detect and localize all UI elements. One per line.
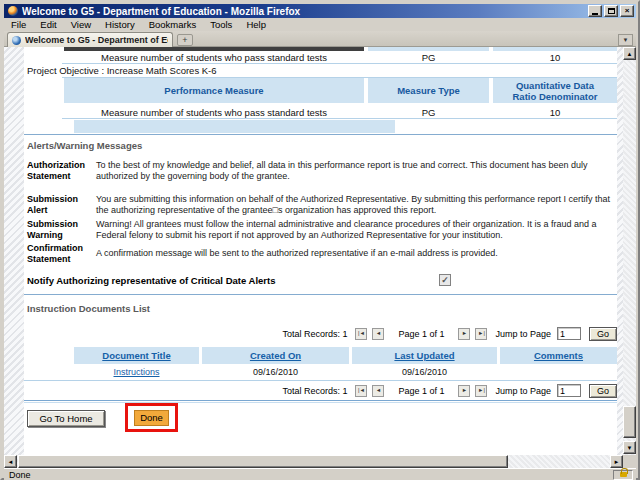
menu-bar: File Edit View History Bookmarks Tools H… bbox=[4, 18, 636, 31]
measure-type-cell: PG bbox=[368, 52, 489, 63]
status-text: Done bbox=[4, 470, 613, 480]
alert-label: Confirmation Statement bbox=[27, 243, 93, 264]
jump-to-page-input[interactable] bbox=[557, 384, 581, 397]
last-page-button[interactable]: ►| bbox=[475, 385, 487, 397]
notify-checkbox[interactable]: ✓ bbox=[439, 274, 451, 286]
tab-title: Welcome to G5 - Department of Edu... bbox=[25, 35, 168, 45]
prev-page-button[interactable]: ◄ bbox=[372, 328, 384, 340]
close-button[interactable]: × bbox=[620, 5, 634, 17]
lock-icon bbox=[620, 472, 627, 477]
window-title: Welcome to G5 - Department of Education … bbox=[22, 6, 588, 17]
menu-file[interactable]: File bbox=[4, 19, 33, 30]
page-viewport: Measure number of students who pass stan… bbox=[4, 47, 627, 455]
go-button[interactable]: Go bbox=[589, 384, 617, 398]
minimize-button[interactable] bbox=[588, 5, 602, 17]
column-header-performance-measure: Performance Measure bbox=[64, 78, 364, 103]
denominator-cell: 10 bbox=[493, 107, 617, 118]
measure-type-cell: PG bbox=[368, 107, 489, 118]
notify-label: Notify Authorizing representative of Cri… bbox=[27, 276, 275, 287]
project-objective: Project Objective : Increase Math Scores… bbox=[27, 65, 217, 76]
footer-divider bbox=[24, 400, 617, 403]
alert-label: Submission Alert bbox=[27, 194, 93, 215]
doc-header-comments: Comments bbox=[500, 347, 617, 364]
documents-heading: Instruction Documents List bbox=[27, 303, 150, 314]
list-all-tabs-button[interactable]: ▼ bbox=[618, 34, 633, 46]
scroll-up-icon[interactable]: ▲ bbox=[623, 47, 636, 60]
tab-strip: Welcome to G5 - Department of Edu... + ▼ bbox=[4, 31, 636, 47]
scrollbar-corner bbox=[623, 455, 636, 468]
measure-cell: Measure number of students who pass stan… bbox=[64, 52, 364, 63]
doc-header-title: Document Title bbox=[74, 347, 199, 364]
scroll-down-icon[interactable]: ▼ bbox=[623, 441, 636, 454]
alert-label: Submission Warning bbox=[27, 219, 93, 240]
vertical-scroll-thumb[interactable] bbox=[623, 406, 636, 438]
minimize-icon bbox=[592, 13, 598, 15]
row-divider bbox=[62, 63, 617, 64]
restore-icon bbox=[608, 8, 615, 14]
alert-text: You are submitting this information on b… bbox=[96, 194, 615, 215]
scroll-right-icon[interactable]: ► bbox=[610, 455, 623, 468]
doc-header-created: Created On bbox=[202, 347, 349, 364]
doc-row-title: Instructions bbox=[74, 367, 199, 377]
partial-cell bbox=[368, 47, 489, 51]
last-page-button[interactable]: ►| bbox=[475, 328, 487, 340]
doc-header-updated: Last Updated bbox=[352, 347, 497, 364]
new-tab-button[interactable]: + bbox=[177, 34, 193, 46]
vertical-scrollbar[interactable]: ▲ ▼ bbox=[623, 47, 636, 455]
first-page-button[interactable]: |◄ bbox=[355, 385, 367, 397]
status-bar: Done bbox=[4, 468, 636, 480]
partial-cell bbox=[493, 47, 617, 51]
total-records: Total Records: 1 bbox=[282, 329, 347, 339]
page-indicator: Page 1 of 1 bbox=[398, 386, 444, 396]
menu-view[interactable]: View bbox=[64, 19, 98, 30]
next-page-button[interactable]: ► bbox=[458, 385, 470, 397]
page-left-margin bbox=[4, 47, 24, 455]
jump-to-page-input[interactable] bbox=[557, 327, 581, 340]
jump-to-page-label: Jump to Page bbox=[495, 386, 551, 396]
restore-button[interactable] bbox=[604, 5, 618, 17]
security-panel bbox=[613, 470, 633, 480]
scroll-left-icon[interactable]: ◄ bbox=[4, 455, 17, 468]
title-bar: Welcome to G5 - Department of Education … bbox=[4, 4, 636, 18]
next-page-button[interactable]: ► bbox=[458, 328, 470, 340]
check-icon: ✓ bbox=[441, 275, 449, 285]
section-divider bbox=[24, 134, 617, 135]
row-divider bbox=[62, 118, 617, 119]
browser-window: Welcome to G5 - Department of Education … bbox=[0, 0, 640, 480]
go-button[interactable]: Go bbox=[589, 327, 617, 341]
menu-edit[interactable]: Edit bbox=[33, 19, 63, 30]
alert-text: To the best of my knowledge and belief, … bbox=[96, 160, 615, 181]
pagination-bottom: Total Records: 1 |◄ ◄ Page 1 of 1 ► ►| J… bbox=[174, 383, 617, 398]
firefox-icon bbox=[8, 6, 18, 16]
horizontal-scrollbar[interactable]: ◄ ► bbox=[4, 455, 623, 468]
tab-welcome-g5[interactable]: Welcome to G5 - Department of Edu... bbox=[7, 32, 173, 47]
alert-label: Authorization Statement bbox=[27, 160, 93, 181]
column-header-quantitative: Quantitative DataRatio Denominator bbox=[493, 78, 617, 103]
doc-row-updated: 09/16/2010 bbox=[352, 367, 497, 377]
partial-cell bbox=[74, 120, 395, 133]
jump-to-page-label: Jump to Page bbox=[495, 329, 551, 339]
g5-favicon-icon bbox=[12, 36, 21, 45]
horizontal-scroll-thumb[interactable] bbox=[18, 455, 508, 468]
prev-page-button[interactable]: ◄ bbox=[372, 385, 384, 397]
first-page-button[interactable]: |◄ bbox=[355, 328, 367, 340]
instructions-link[interactable]: Instructions bbox=[113, 367, 159, 377]
doc-row-created: 09/16/2010 bbox=[202, 367, 349, 377]
go-to-home-button[interactable]: Go To Home bbox=[27, 410, 105, 427]
pagination-top: Total Records: 1 |◄ ◄ Page 1 of 1 ► ►| J… bbox=[174, 326, 617, 341]
page-indicator: Page 1 of 1 bbox=[398, 329, 444, 339]
alert-text: A confirmation message will be sent to t… bbox=[96, 248, 615, 259]
menu-tools[interactable]: Tools bbox=[203, 19, 239, 30]
menu-bookmarks[interactable]: Bookmarks bbox=[142, 19, 204, 30]
menu-help[interactable]: Help bbox=[239, 19, 273, 30]
alerts-heading: Alerts/Warning Messages bbox=[27, 140, 142, 151]
menu-history[interactable]: History bbox=[98, 19, 142, 30]
measure-cell: Measure number of students who pass stan… bbox=[64, 107, 364, 118]
page-content: Measure number of students who pass stan… bbox=[24, 47, 617, 455]
total-records: Total Records: 1 bbox=[282, 386, 347, 396]
annotation-highlight-box: Done bbox=[125, 403, 178, 432]
column-header-measure-type: Measure Type bbox=[368, 78, 489, 103]
alert-text: Warning! All grantees must follow the in… bbox=[96, 219, 615, 240]
section-divider bbox=[24, 294, 617, 295]
done-button[interactable]: Done bbox=[134, 410, 169, 426]
